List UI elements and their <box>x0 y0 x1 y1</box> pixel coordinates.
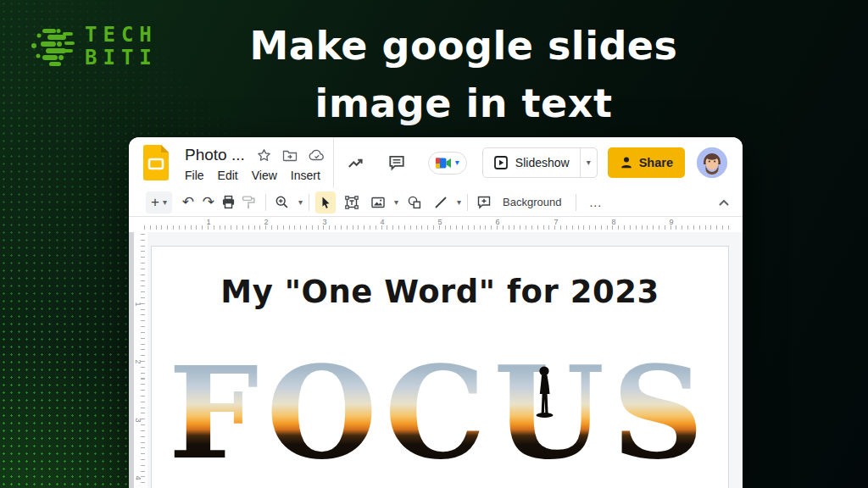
play-slideshow-icon <box>493 155 509 170</box>
menu-insert[interactable]: Insert <box>291 169 320 182</box>
insert-comment-button[interactable] <box>474 191 494 214</box>
hruler-number: 4 <box>380 218 384 226</box>
google-meet-button[interactable]: ▾ <box>428 152 467 175</box>
comments-icon[interactable] <box>387 153 406 172</box>
vertical-ruler: 1 2 3 4 <box>134 232 147 488</box>
share-person-icon <box>620 156 633 169</box>
cursor-arrow-icon <box>319 196 332 209</box>
move-folder-icon[interactable] <box>282 149 298 162</box>
select-tool-button[interactable] <box>315 191 336 214</box>
user-avatar[interactable] <box>697 147 727 178</box>
hruler-number: 8 <box>611 218 615 226</box>
circuit-logo-icon <box>31 24 78 68</box>
print-icon <box>221 195 236 209</box>
slide-heading-text[interactable]: My "One Word" for 2023 <box>152 274 728 310</box>
hruler-number: 9 <box>669 218 673 226</box>
zoom-magnifier-icon <box>275 195 289 209</box>
google-slides-window: Photo ... File Edit View Insert Fo <box>129 137 743 488</box>
image-icon <box>370 196 386 209</box>
print-button[interactable] <box>219 191 239 214</box>
menu-bar: File Edit View Insert Fo <box>185 169 334 182</box>
headline: Make google slides image in text <box>127 17 800 132</box>
line-icon <box>434 196 448 209</box>
line-caret-icon[interactable]: ▾ <box>457 198 461 207</box>
collapse-menus-button[interactable] <box>717 197 731 208</box>
more-options-button[interactable]: ... <box>582 196 609 209</box>
hruler-number: 6 <box>495 218 499 226</box>
slide-canvas: 1 2 3 4 My "One Word" for 2023 FOCUS <box>129 232 743 488</box>
slide-page[interactable]: My "One Word" for 2023 FOCUS <box>151 246 729 488</box>
edit-toolbar: + ▾ ↶ ↷ ▾ <box>129 188 743 217</box>
text-box-icon <box>344 195 359 210</box>
headline-line-2: image in text <box>127 75 800 132</box>
shape-icon <box>407 195 422 210</box>
document-title-row: Photo ... <box>185 146 337 164</box>
redo-button[interactable]: ↷ <box>198 191 219 214</box>
zoom-caret-icon[interactable]: ▾ <box>298 198 303 207</box>
google-slides-logo-icon[interactable] <box>142 144 170 181</box>
menu-file[interactable]: File <box>185 169 204 182</box>
hruler-number: 1 <box>206 218 210 226</box>
hruler-number: 3 <box>322 218 326 226</box>
slideshow-label: Slideshow <box>515 156 570 169</box>
image-filled-word-art[interactable]: FOCUS <box>152 338 728 488</box>
undo-button[interactable]: ↶ <box>178 191 198 214</box>
background-button[interactable]: Background <box>494 196 570 208</box>
insert-image-button[interactable] <box>368 191 388 214</box>
insert-line-button[interactable] <box>431 191 451 214</box>
hruler-number: 2 <box>264 218 268 226</box>
app-header: Photo ... File Edit View Insert Fo <box>129 137 743 188</box>
share-button[interactable]: Share <box>608 147 685 178</box>
new-slide-caret-icon: ▾ <box>163 198 167 207</box>
header-actions: ▾ Slideshow ▾ Share <box>347 147 727 179</box>
person-silhouette-in-photo <box>535 365 555 435</box>
image-caret-icon[interactable]: ▾ <box>394 198 398 207</box>
text-box-button[interactable] <box>342 191 362 214</box>
document-title[interactable]: Photo ... <box>185 146 245 164</box>
zoom-button[interactable] <box>272 191 292 214</box>
undo-icon: ↶ <box>182 195 194 209</box>
redo-icon: ↷ <box>203 195 214 209</box>
menu-edit[interactable]: Edit <box>218 169 238 182</box>
new-slide-button[interactable]: + ▾ <box>146 191 172 214</box>
add-comment-icon <box>476 195 492 209</box>
vruler-number: 3 <box>134 418 142 422</box>
trending-activity-icon[interactable] <box>347 153 365 172</box>
share-label: Share <box>639 156 673 169</box>
menu-view[interactable]: View <box>252 169 277 182</box>
headline-line-1: Make google slides <box>127 17 800 75</box>
hruler-number: 5 <box>437 218 442 226</box>
meet-dropdown-caret-icon: ▾ <box>455 158 459 167</box>
star-icon[interactable] <box>257 148 271 163</box>
paint-roller-icon <box>242 195 256 209</box>
insert-shape-button[interactable] <box>404 191 425 214</box>
paint-format-button[interactable] <box>239 191 259 214</box>
slideshow-button[interactable]: Slideshow ▾ <box>482 147 598 178</box>
vruler-number: 4 <box>134 475 142 480</box>
cloud-saved-icon[interactable] <box>309 149 326 161</box>
hruler-number: 7 <box>554 218 558 226</box>
horizontal-ruler: 1 2 3 4 5 6 7 8 9 <box>129 217 743 232</box>
google-meet-icon <box>434 156 453 170</box>
plus-icon: + <box>151 195 159 209</box>
vruler-number: 1 <box>134 302 142 306</box>
slideshow-dropdown[interactable]: ▾ <box>580 148 597 177</box>
vruler-number: 2 <box>134 359 142 363</box>
